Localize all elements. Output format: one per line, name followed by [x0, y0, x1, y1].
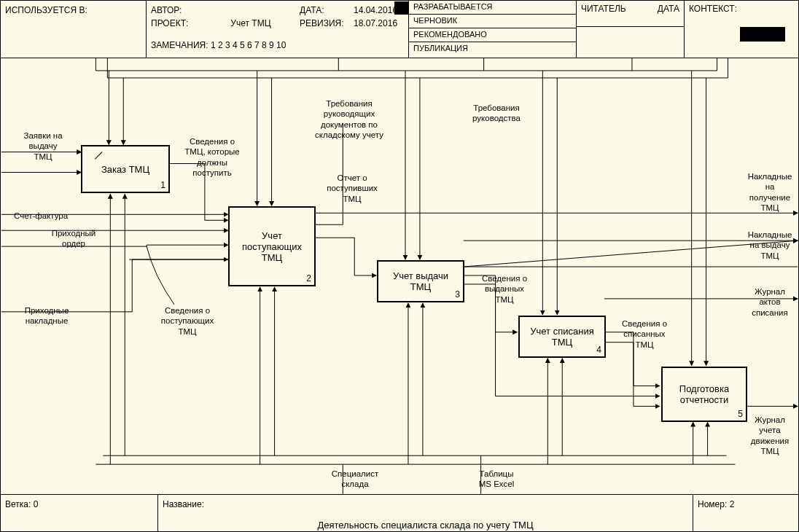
date-value: 14.04.2016: [354, 5, 397, 15]
label-naklad-vyd: Накладныена выдачуТМЦ: [741, 230, 798, 261]
header: ИСПОЛЬЗУЕТСЯ В: АВТОР: ПРОЕКТ: Учет ТМЦ …: [1, 1, 798, 58]
branch-value: 0: [34, 499, 39, 509]
status-developing: РАЗРАБАТЫВАЕТСЯ: [409, 1, 576, 15]
hdr-status: РАЗРАБАТЫВАЕТСЯ ЧЕРНОВИК РЕКОМЕНДОВАНО П…: [409, 1, 577, 58]
title-value: Деятельность специалиста склада по учету…: [163, 520, 688, 531]
box1-num: 1: [160, 180, 165, 190]
label-sved-dolzhny: Сведения оТМЦ, которыедолжныпоступить: [176, 136, 249, 179]
author-label: АВТОР:: [151, 5, 215, 15]
hdr-used-in: ИСПОЛЬЗУЕТСЯ В:: [1, 1, 147, 58]
activity-box-1: Заказ ТМЦ 1: [81, 145, 170, 193]
date-label: ДАТА:: [300, 5, 354, 15]
box3-num: 3: [455, 289, 460, 300]
branch-label: Ветка:: [5, 499, 31, 509]
hdr-reader: ЧИТАТЕЛЬ ДАТА: [577, 1, 685, 58]
label-specialist: Специалистсклада: [319, 469, 391, 490]
remarks-label: ЗАМЕЧАНИЯ:: [151, 40, 208, 50]
context-label: КОНТЕКСТ:: [689, 4, 737, 14]
hdr-dates: ДАТА:14.04.2016 РЕВИЗИЯ:18.07.2016: [300, 5, 397, 31]
label-schet: Счет-фактура: [14, 211, 68, 221]
box3-title: Учет выдачи ТМЦ: [381, 270, 460, 292]
box2-title: Учет поступающих ТМЦ: [233, 230, 311, 263]
label-tablitsy: ТаблицыMS Excel: [460, 469, 533, 490]
label-naklad-pol: НакладныенаполучениеТМЦ: [741, 171, 798, 214]
reader-label: ЧИТАТЕЛЬ: [581, 4, 626, 14]
redacted-block-1: [394, 1, 409, 15]
box4-title: Учет списания ТМЦ: [523, 326, 601, 348]
activity-box-2: Учет поступающих ТМЦ 2: [228, 206, 316, 286]
label-prihodnyy: Приходныйордер: [44, 228, 103, 249]
revision-label: РЕВИЗИЯ:: [300, 18, 354, 28]
label-treb-docs: Требованияруководящихдокументов поскладс…: [305, 98, 393, 141]
number-label: Номер:: [698, 499, 727, 509]
activity-box-3: Учет выдачи ТМЦ 3: [377, 260, 464, 302]
status-publication: ПУБЛИКАЦИЯ: [409, 42, 576, 56]
label-zhurnal-ucheta: ЖурналучетадвиженияТМЦ: [741, 415, 798, 457]
label-zayavki: Заявки навыдачуТМЦ: [14, 130, 72, 162]
activity-box-4: Учет списания ТМЦ 4: [518, 316, 606, 358]
reader-date-label: ДАТА: [658, 4, 679, 14]
project-value: Учет ТМЦ: [230, 18, 270, 28]
label-sved-postup: Сведения опоступающихТМЦ: [151, 305, 224, 337]
label-prih-naklad: Приходныенакладные: [14, 305, 79, 326]
diagram-canvas: Заказ ТМЦ 1 Учет поступающих ТМЦ 2 Учет …: [1, 58, 798, 495]
revision-value: 18.07.2016: [354, 18, 397, 28]
label-sved-vyd: Сведения овыданныхТМЦ: [472, 273, 537, 305]
box5-title: Подготовка отчетности: [666, 383, 743, 405]
status-draft: ЧЕРНОВИК: [409, 15, 576, 28]
redacted-block-2: [740, 27, 785, 42]
label-sved-spis: Сведения осписанныхТМЦ: [612, 318, 677, 350]
remarks-value: 1 2 3 4 5 6 7 8 9 10: [211, 40, 286, 50]
label-treb-ruk: Требованияруководства: [460, 103, 533, 124]
footer-title: Название: Деятельность специалиста склад…: [158, 495, 693, 531]
box4-num: 4: [596, 345, 601, 355]
number-value: 2: [730, 499, 735, 509]
box1-title: Заказ ТМЦ: [101, 164, 149, 175]
title-label: Название:: [163, 499, 204, 509]
hdr-used-in-label: ИСПОЛЬЗУЕТСЯ В:: [5, 5, 87, 15]
idef0-frame: ИСПОЛЬЗУЕТСЯ В: АВТОР: ПРОЕКТ: Учет ТМЦ …: [0, 0, 799, 532]
label-zhurnal-aktov: Журналактовсписания: [741, 286, 798, 318]
footer-number: Номер: 2: [693, 495, 798, 531]
footer-branch: Ветка: 0: [1, 495, 158, 531]
project-label: ПРОЕКТ:: [151, 18, 215, 28]
footer: Ветка: 0 Название: Деятельность специали…: [1, 494, 798, 531]
label-otchet-post: Отчет опоступившихТМЦ: [316, 173, 389, 204]
status-recommended: РЕКОМЕНДОВАНО: [409, 28, 576, 42]
box2-num: 2: [306, 273, 311, 283]
activity-box-5: Подготовка отчетности 5: [661, 367, 747, 422]
